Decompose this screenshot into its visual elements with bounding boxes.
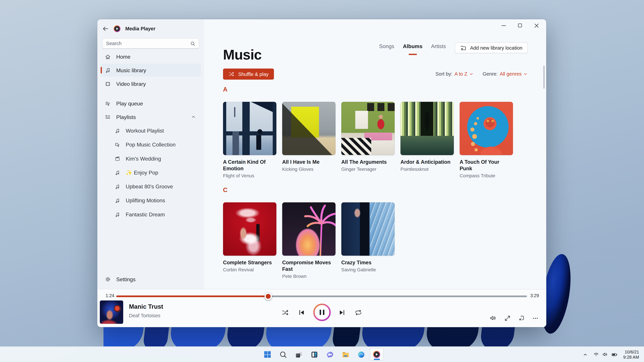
- music-note-icon: [114, 184, 120, 189]
- repeat-icon: [354, 308, 362, 316]
- add-library-label: Add new library location: [470, 45, 522, 51]
- mini-player-button[interactable]: [516, 313, 526, 324]
- playlist-item-uplifting-motions[interactable]: Uplifting Motions: [100, 194, 201, 207]
- edge-button[interactable]: [354, 348, 368, 361]
- fullscreen-button[interactable]: [502, 313, 513, 324]
- genre-dropdown[interactable]: Genre: All genres: [482, 71, 528, 77]
- tab-artists[interactable]: Artists: [431, 43, 446, 55]
- album-artist: Corbin Revival: [223, 267, 276, 272]
- search-icon: [279, 350, 287, 359]
- scrollbar-thumb[interactable]: [544, 66, 544, 89]
- playlist-item-workout[interactable]: Workout Playlist: [100, 124, 201, 138]
- widgets-button[interactable]: [308, 348, 321, 361]
- album-cover-art: [223, 102, 276, 155]
- album-title: A Certain Kind Of Emotion: [223, 159, 276, 172]
- album-card[interactable]: Ardor & Anticipation Pointlessknot: [400, 102, 454, 178]
- windows-logo-icon: [263, 350, 272, 359]
- playlist-item-pop-collection[interactable]: Pop Music Collection: [100, 138, 201, 151]
- next-button[interactable]: [336, 307, 347, 318]
- playlists-group: Workout Playlist Pop Music Collection Ki…: [97, 124, 204, 221]
- volume-icon: [490, 314, 497, 322]
- more-options-button[interactable]: [530, 313, 540, 324]
- search-box[interactable]: [102, 38, 199, 49]
- start-button[interactable]: [260, 348, 274, 361]
- album-cover-art: [341, 102, 394, 155]
- playlist-label: Fantastic Dream: [126, 211, 165, 218]
- section-letter: C: [223, 186, 228, 193]
- tab-albums[interactable]: Albums: [403, 43, 422, 55]
- album-card[interactable]: A Certain Kind Of Emotion Flight of Venu…: [223, 102, 276, 178]
- taskbar-media-player-button[interactable]: [370, 348, 384, 361]
- music-note-icon: [105, 67, 111, 73]
- close-icon: [533, 22, 540, 28]
- shuffle-button[interactable]: [280, 307, 291, 318]
- minimize-button[interactable]: [495, 19, 512, 31]
- taskbar-search-button[interactable]: [276, 348, 290, 361]
- sidebar-item-music-library[interactable]: Music library: [100, 64, 201, 77]
- file-explorer-button[interactable]: [338, 348, 352, 361]
- album-card[interactable]: All I Have Is Me Kicking Gloves: [282, 102, 336, 178]
- playlist-item-fantastic-dream[interactable]: Fantastic Dream: [100, 208, 201, 221]
- system-tray: 10/6/21 9:28 AM: [580, 347, 642, 362]
- task-view-button[interactable]: [292, 348, 306, 361]
- previous-button[interactable]: [296, 307, 307, 318]
- sidebar-item-label: Music library: [116, 67, 146, 73]
- running-app-indicator: [374, 359, 380, 360]
- album-card[interactable]: Crazy Times Saving Gabrielle: [341, 202, 394, 279]
- add-library-button[interactable]: Add new library location: [454, 42, 528, 53]
- seek-bar[interactable]: [116, 296, 527, 297]
- album-card[interactable]: A Touch Of Your Punk Compass Tribute: [460, 102, 513, 178]
- seek-bar-fill: [116, 296, 268, 297]
- album-cover-art: [282, 202, 336, 256]
- chat-icon: [326, 350, 334, 359]
- maximize-button[interactable]: [512, 19, 528, 31]
- sidebar-item-settings[interactable]: Settings: [100, 273, 201, 286]
- close-button[interactable]: [528, 19, 544, 31]
- album-card[interactable]: Complete Strangers Corbin Revival: [223, 202, 276, 279]
- page-title: Music: [223, 47, 262, 63]
- playlist-item-kims-wedding[interactable]: Kim's Wedding: [100, 152, 201, 165]
- tray-time: 9:28 AM: [623, 355, 639, 360]
- chat-button[interactable]: [323, 348, 336, 361]
- music-note-icon: [114, 128, 120, 134]
- album-cover-art: [460, 102, 513, 155]
- seek-bar-thumb[interactable]: [264, 293, 272, 300]
- media-player-logo-icon: [113, 25, 121, 33]
- chevron-down-icon: [523, 71, 528, 76]
- taskbar-clock[interactable]: 10/6/21 9:28 AM: [621, 349, 642, 360]
- shuffle-play-button[interactable]: Shuffle & play: [223, 68, 274, 80]
- sidebar-item-play-queue[interactable]: Play queue: [100, 97, 201, 110]
- playlist-item-enjoy-pop[interactable]: ✨ Enjoy Pop: [100, 166, 201, 179]
- album-artist: Pointlessknot: [400, 167, 454, 171]
- total-time: 3:29: [530, 293, 539, 298]
- sidebar-item-video-library[interactable]: Video library: [100, 77, 201, 90]
- playlist-item-upbeat-80s[interactable]: Upbeat 80's Groove: [100, 180, 201, 193]
- section-letter: A: [223, 86, 228, 93]
- home-icon: [105, 54, 111, 60]
- media-player-window: Media Player Home: [97, 19, 546, 327]
- sidebar-item-playlists[interactable]: Playlists: [100, 110, 201, 123]
- tab-songs[interactable]: Songs: [379, 43, 394, 55]
- album-card[interactable]: Compromise Moves Fast Pete Brown: [282, 202, 336, 279]
- tray-chevron-button[interactable]: [580, 348, 590, 361]
- now-playing-art[interactable]: [100, 301, 123, 324]
- music-video-icon: [114, 142, 120, 147]
- more-dots-icon: [532, 315, 539, 322]
- repeat-button[interactable]: [353, 307, 364, 318]
- back-button[interactable]: [102, 25, 109, 32]
- chevron-up-icon[interactable]: [191, 114, 196, 119]
- tray-status-button[interactable]: [591, 348, 620, 361]
- album-card[interactable]: All The Arguments Ginger Teenager: [341, 102, 394, 178]
- sort-by-dropdown[interactable]: Sort by: A to Z: [435, 71, 474, 77]
- sidebar-item-home[interactable]: Home: [100, 50, 201, 63]
- album-artist: Ginger Teenager: [341, 167, 394, 171]
- playlist-label: Uplifting Motions: [126, 197, 165, 204]
- pause-button[interactable]: [313, 303, 331, 322]
- volume-button[interactable]: [488, 313, 498, 324]
- player-bar: 1:24 3:29 Manic Trust Deaf Tortoises: [97, 289, 546, 327]
- taskbar-center: [260, 347, 384, 362]
- minimize-icon: [500, 22, 507, 28]
- task-view-icon: [294, 350, 303, 359]
- album-title: All I Have Is Me: [282, 159, 336, 165]
- search-input[interactable]: [103, 40, 190, 46]
